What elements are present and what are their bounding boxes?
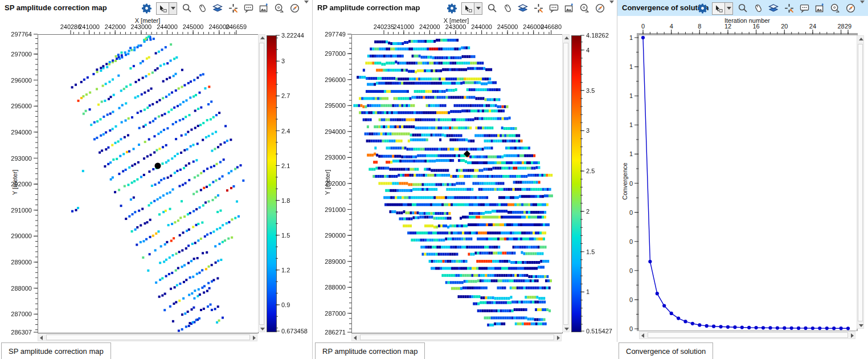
export-image-icon[interactable]	[563, 3, 575, 14]
scroll-left-icon[interactable]	[354, 336, 357, 340]
zoom-magnifier-icon[interactable]	[486, 3, 498, 14]
compass-dropdown[interactable]	[304, 3, 309, 14]
y-axis-label: Convergence	[621, 161, 628, 201]
measure-icon[interactable]	[579, 3, 590, 14]
scroll-down-icon[interactable]	[260, 328, 265, 331]
layers-icon[interactable]	[517, 3, 529, 14]
panel-toolbar	[446, 2, 614, 15]
comment-icon[interactable]	[548, 3, 559, 14]
scrollbar-thumb[interactable]	[563, 43, 568, 325]
svg-text:1: 1	[629, 34, 633, 41]
rp-map-canvas[interactable]	[352, 35, 562, 333]
chevron-down-icon	[609, 1, 614, 13]
vertical-scrollbar[interactable]	[857, 35, 864, 329]
scroll-up-icon[interactable]	[859, 38, 863, 40]
panel-header-active: Convergence of solution	[617, 0, 868, 16]
pointer-mode-dropdown[interactable]	[725, 2, 733, 15]
compass-icon[interactable]	[845, 3, 856, 14]
settings-gear-icon[interactable]	[141, 3, 152, 14]
scrollbar-thumb[interactable]	[360, 334, 554, 340]
panel-header: RP amplitude correction map	[313, 0, 617, 16]
compass-dropdown[interactable]	[860, 3, 865, 14]
compass-icon[interactable]	[289, 3, 300, 14]
panel-divider	[617, 0, 617, 342]
chevron-down-icon	[727, 7, 731, 10]
scrollbar-thumb[interactable]	[648, 332, 848, 338]
compass-icon[interactable]	[594, 3, 605, 14]
svg-text:4: 4	[670, 23, 673, 30]
scroll-right-icon[interactable]	[851, 333, 854, 338]
scroll-up-icon[interactable]	[564, 36, 569, 39]
pointer-mode-dropdown[interactable]	[169, 2, 177, 15]
pointer-mode-button[interactable]	[156, 2, 169, 15]
panel-rp-map: RP amplitude correction map X [meter] Y …	[313, 0, 618, 359]
layers-icon[interactable]	[212, 3, 223, 14]
svg-text:0: 0	[629, 267, 633, 274]
sp-map-plot-area[interactable]	[38, 34, 259, 333]
scroll-up-icon[interactable]	[260, 36, 265, 39]
tab-convergence[interactable]: Convergence of solution	[619, 342, 713, 359]
pointer-mode-dropdown[interactable]	[474, 2, 482, 15]
chevron-down-icon	[171, 7, 175, 10]
svg-text:2.7: 2.7	[281, 92, 290, 99]
vertical-scrollbar[interactable]	[258, 34, 265, 332]
settings-gear-icon[interactable]	[697, 3, 708, 14]
svg-text:287000: 287000	[11, 311, 32, 317]
settings-gear-icon[interactable]	[446, 3, 457, 14]
rp-map-plot-area[interactable]	[351, 34, 563, 333]
export-image-icon[interactable]	[814, 3, 825, 14]
svg-text:297749: 297749	[325, 31, 346, 38]
measure-icon[interactable]	[829, 3, 841, 14]
scroll-right-icon[interactable]	[253, 336, 256, 340]
comment-icon[interactable]	[243, 3, 254, 14]
crosshair-pick-icon[interactable]	[533, 3, 544, 14]
scrollbar-thumb[interactable]	[858, 44, 863, 321]
crosshair-pick-icon[interactable]	[227, 3, 239, 14]
svg-text:0: 0	[629, 296, 633, 303]
zoom-magnifier-icon[interactable]	[737, 3, 748, 14]
vertical-scrollbar[interactable]	[562, 34, 570, 332]
horizontal-scrollbar[interactable]	[639, 331, 855, 339]
panel-divider	[312, 0, 313, 342]
scroll-right-icon[interactable]	[557, 336, 560, 340]
comment-icon[interactable]	[799, 3, 810, 14]
mouse-tools-icon[interactable]	[502, 3, 513, 14]
svg-text:243000: 243000	[131, 23, 152, 30]
compass-dropdown[interactable]	[609, 3, 614, 14]
tab-rp-map[interactable]: RP amplitude correction map	[315, 342, 425, 359]
svg-text:0: 0	[641, 23, 645, 30]
sp-map-canvas[interactable]	[38, 35, 258, 333]
svg-text:1: 1	[629, 121, 633, 128]
horizontal-scrollbar[interactable]	[351, 333, 562, 341]
crosshair-pick-icon[interactable]	[783, 3, 795, 14]
svg-text:241000: 241000	[79, 23, 100, 30]
svg-text:240235: 240235	[374, 23, 395, 30]
tab-sp-map[interactable]: SP amplitude correction map	[1, 342, 111, 359]
svg-text:290000: 290000	[325, 232, 346, 239]
scrollbar-thumb[interactable]	[46, 334, 250, 340]
pointer-mode-button[interactable]	[712, 2, 725, 15]
svg-text:293000: 293000	[11, 155, 32, 162]
mouse-tools-icon[interactable]	[196, 3, 208, 14]
scroll-left-icon[interactable]	[641, 333, 644, 338]
zoom-magnifier-icon[interactable]	[181, 3, 193, 14]
svg-text:242000: 242000	[105, 23, 126, 30]
export-image-icon[interactable]	[258, 3, 269, 14]
svg-text:1.5: 1.5	[281, 232, 290, 239]
panel-title: RP amplitude correction map	[317, 3, 420, 12]
svg-text:297764: 297764	[11, 31, 32, 38]
layers-icon[interactable]	[768, 3, 779, 14]
svg-text:286271: 286271	[325, 329, 346, 336]
scroll-left-icon[interactable]	[40, 336, 43, 340]
scrollbar-thumb[interactable]	[259, 43, 264, 325]
horizontal-scrollbar[interactable]	[38, 333, 257, 341]
svg-text:2.5: 2.5	[586, 168, 595, 174]
pointer-mode-button[interactable]	[461, 2, 474, 15]
svg-text:288000: 288000	[11, 285, 32, 292]
scroll-down-icon[interactable]	[564, 328, 569, 331]
mouse-tools-icon[interactable]	[752, 3, 764, 14]
svg-text:246000: 246000	[208, 23, 230, 30]
measure-icon[interactable]	[273, 3, 285, 14]
scroll-down-icon[interactable]	[859, 324, 863, 327]
convergence-plot-area[interactable]	[637, 33, 858, 331]
